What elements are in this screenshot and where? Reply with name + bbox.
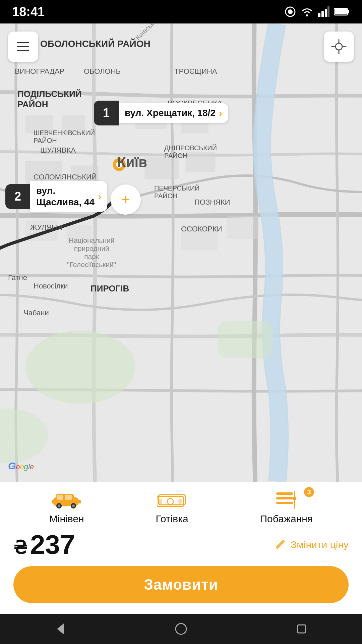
svg-rect-37 bbox=[57, 495, 63, 500]
back-icon bbox=[53, 622, 68, 636]
svg-rect-13 bbox=[218, 321, 273, 358]
status-time: 18:41 bbox=[12, 5, 45, 19]
preferences-badge: 3 bbox=[304, 487, 314, 497]
svg-rect-21 bbox=[186, 152, 216, 172]
svg-rect-51 bbox=[276, 497, 293, 499]
cash-label: Готівка bbox=[156, 513, 188, 525]
svg-rect-54 bbox=[293, 496, 296, 500]
svg-rect-20 bbox=[144, 156, 179, 179]
svg-rect-38 bbox=[65, 495, 72, 500]
waypoint-2-number: 2 bbox=[5, 184, 30, 209]
recent-icon bbox=[295, 622, 308, 636]
svg-rect-14 bbox=[25, 115, 53, 133]
signal-icon bbox=[318, 6, 330, 18]
svg-rect-57 bbox=[298, 625, 306, 633]
service-row: Мінівен Готівка 3 bbox=[13, 490, 349, 525]
status-icons bbox=[284, 6, 350, 18]
wifi-icon bbox=[300, 6, 314, 18]
waypoint-1-chevron[interactable]: › bbox=[219, 107, 222, 119]
svg-marker-55 bbox=[57, 624, 64, 634]
service-item-minivan[interactable]: Мінівен bbox=[49, 490, 84, 525]
back-button[interactable] bbox=[50, 619, 70, 639]
waypoint-2-bubble[interactable]: 2 вул.Щаслива, 44 › bbox=[5, 181, 107, 212]
svg-rect-24 bbox=[181, 225, 218, 250]
svg-rect-5 bbox=[325, 9, 327, 17]
order-button[interactable]: Замовити bbox=[13, 566, 349, 603]
home-button[interactable] bbox=[171, 619, 191, 639]
svg-rect-43 bbox=[52, 500, 54, 503]
svg-rect-9 bbox=[335, 9, 347, 14]
waypoint-1-number: 1 bbox=[94, 101, 119, 125]
price-amount: ₴ 237 bbox=[13, 531, 75, 558]
svg-rect-3 bbox=[318, 13, 320, 17]
car-icon bbox=[52, 491, 82, 509]
svg-point-11 bbox=[25, 330, 135, 404]
add-waypoint-button[interactable]: + bbox=[111, 184, 141, 215]
service-item-cash[interactable]: Готівка bbox=[156, 490, 188, 525]
service-item-preferences[interactable]: 3 Побажання bbox=[260, 490, 313, 525]
locate-button[interactable] bbox=[324, 32, 354, 62]
minivan-icon bbox=[52, 490, 82, 510]
add-waypoint-icon: + bbox=[121, 191, 130, 208]
bottom-panel: Мінівен Готівка 3 bbox=[0, 482, 362, 614]
svg-rect-8 bbox=[348, 10, 349, 13]
status-bar: 18:41 bbox=[0, 0, 362, 23]
svg-rect-15 bbox=[62, 115, 85, 133]
preferences-icon-wrapper bbox=[271, 490, 301, 510]
waypoint-2-text-box: вул.Щаслива, 44 › bbox=[30, 181, 107, 212]
svg-point-47 bbox=[167, 498, 173, 504]
svg-point-40 bbox=[58, 504, 60, 507]
waypoint-1-address: вул. Хрещатик, 18/2 bbox=[125, 107, 216, 119]
svg-point-56 bbox=[176, 624, 186, 634]
menu-button[interactable] bbox=[8, 32, 38, 62]
preferences-icon bbox=[275, 490, 298, 510]
recent-apps-button[interactable] bbox=[292, 619, 312, 639]
change-price-button[interactable]: Змінити ціну bbox=[275, 539, 349, 551]
locate-icon bbox=[330, 38, 347, 55]
home-icon bbox=[174, 622, 188, 636]
svg-point-42 bbox=[72, 504, 75, 507]
android-nav-bar bbox=[0, 614, 362, 644]
cash-icon bbox=[157, 490, 187, 510]
google-watermark: Google bbox=[8, 460, 34, 472]
menu-icon bbox=[17, 42, 29, 51]
change-price-label: Змінити ціну bbox=[291, 539, 349, 550]
price-value: 237 bbox=[30, 531, 75, 558]
svg-rect-48 bbox=[159, 499, 162, 504]
svg-rect-4 bbox=[321, 11, 324, 17]
svg-rect-44 bbox=[77, 500, 81, 503]
price-currency: ₴ bbox=[13, 537, 27, 558]
svg-rect-23 bbox=[67, 225, 92, 244]
preferences-label: Побажання bbox=[260, 513, 313, 525]
waypoint-1-text-box: вул. Хрещатик, 18/2 › bbox=[119, 103, 228, 123]
svg-rect-50 bbox=[276, 492, 293, 495]
pencil-icon bbox=[275, 539, 287, 551]
map-background bbox=[0, 23, 362, 482]
svg-rect-52 bbox=[276, 502, 293, 504]
price-row: ₴ 237 Змінити ціну bbox=[13, 531, 349, 558]
svg-rect-6 bbox=[327, 6, 329, 17]
svg-point-1 bbox=[288, 9, 293, 14]
map-container[interactable]: ОБОЛОНСЬКИЙ РАЙОН ВИНОГРАДАР ОБОЛОНЬ ТРО… bbox=[0, 23, 362, 482]
svg-point-27 bbox=[116, 161, 122, 168]
svg-point-2 bbox=[306, 14, 308, 16]
order-button-label: Замовити bbox=[144, 576, 218, 593]
svg-rect-25 bbox=[227, 216, 259, 239]
waypoint-1-bubble[interactable]: 1 вул. Хрещатик, 18/2 › bbox=[94, 101, 228, 125]
svg-rect-49 bbox=[178, 499, 182, 504]
waypoint-2-chevron[interactable]: › bbox=[98, 191, 101, 202]
svg-point-30 bbox=[336, 43, 342, 50]
cash-icon-wrapper bbox=[157, 490, 187, 510]
waypoint-2-address: вул.Щаслива, 44 bbox=[36, 185, 95, 208]
battery-icon bbox=[334, 7, 350, 16]
minivan-label: Мінівен bbox=[49, 513, 84, 525]
recording-icon bbox=[284, 6, 296, 18]
